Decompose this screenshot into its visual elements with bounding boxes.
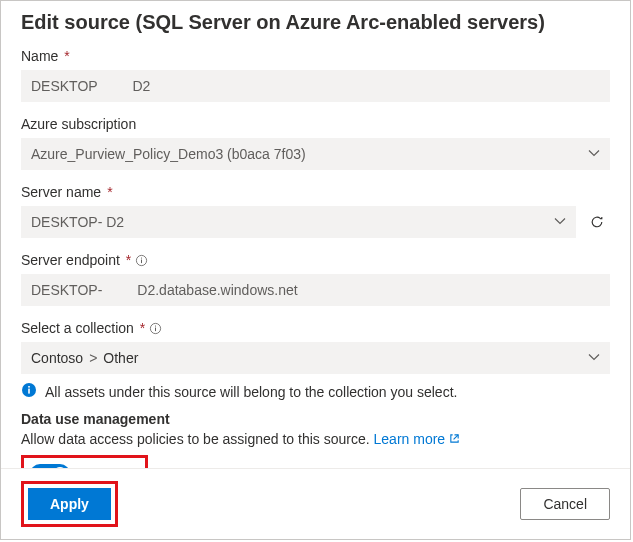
collection-hint-row: All assets under this source will belong… [21, 382, 610, 401]
collection-breadcrumb: Contoso > Other [31, 342, 600, 374]
toggle-highlight: Enabled [21, 455, 148, 468]
server-name-label-text: Server name [21, 184, 101, 200]
field-server-endpoint: Server endpoint * [21, 252, 610, 306]
server-endpoint-input[interactable] [21, 274, 610, 306]
data-use-toggle[interactable] [30, 464, 70, 468]
subscription-label: Azure subscription [21, 116, 610, 132]
edit-source-panel: Edit source (SQL Server on Azure Arc-ena… [0, 0, 631, 540]
subscription-select[interactable]: Azure_Purview_Policy_Demo3 (b0aca 7f03) [21, 138, 610, 170]
refresh-button[interactable] [584, 209, 610, 235]
field-collection: Select a collection * Contoso > Other [21, 320, 610, 401]
collection-leaf: Other [103, 342, 138, 374]
name-input[interactable] [21, 70, 610, 102]
server-name-label: Server name * [21, 184, 610, 200]
server-endpoint-label-text: Server endpoint [21, 252, 120, 268]
panel-title: Edit source (SQL Server on Azure Arc-ena… [21, 11, 610, 34]
field-server-name: Server name * DESKTOP- D2 [21, 184, 610, 238]
collection-hint-text: All assets under this source will belong… [45, 384, 457, 400]
svg-rect-7 [28, 389, 30, 394]
svg-rect-5 [155, 325, 156, 326]
cancel-button[interactable]: Cancel [520, 488, 610, 520]
data-use-description: Allow data access policies to be assigne… [21, 431, 370, 447]
field-subscription: Azure subscription Azure_Purview_Policy_… [21, 116, 610, 170]
svg-rect-1 [141, 259, 142, 263]
server-endpoint-label: Server endpoint * [21, 252, 610, 268]
toggle-knob [53, 467, 67, 468]
subscription-select-wrap: Azure_Purview_Policy_Demo3 (b0aca 7f03) [21, 138, 610, 170]
external-link-icon [449, 431, 460, 447]
apply-highlight: Apply [21, 481, 118, 527]
collection-root: Contoso [31, 342, 83, 374]
field-name: Name * [21, 48, 610, 102]
data-use-toggle-row: Enabled [26, 460, 139, 468]
collection-select[interactable]: Contoso > Other [21, 342, 610, 374]
info-icon[interactable] [149, 322, 162, 335]
data-use-heading: Data use management [21, 411, 610, 427]
info-filled-icon [21, 382, 37, 401]
server-name-select[interactable]: DESKTOP- D2 [21, 206, 576, 238]
panel-content: Edit source (SQL Server on Azure Arc-ena… [1, 1, 630, 468]
apply-button[interactable]: Apply [28, 488, 111, 520]
required-asterisk: * [140, 320, 145, 336]
collection-select-wrap: Contoso > Other [21, 342, 610, 374]
svg-rect-8 [28, 386, 30, 388]
data-use-description-row: Allow data access policies to be assigne… [21, 431, 610, 447]
server-name-row: DESKTOP- D2 [21, 206, 610, 238]
name-label: Name * [21, 48, 610, 64]
learn-more-link[interactable]: Learn more [374, 431, 460, 447]
learn-more-text: Learn more [374, 431, 446, 447]
breadcrumb-separator: > [89, 342, 97, 374]
panel-footer: Apply Cancel [1, 468, 630, 539]
name-label-text: Name [21, 48, 58, 64]
svg-rect-4 [155, 327, 156, 331]
collection-label: Select a collection * [21, 320, 610, 336]
required-asterisk: * [126, 252, 131, 268]
required-asterisk: * [64, 48, 69, 64]
required-asterisk: * [107, 184, 112, 200]
svg-rect-2 [141, 257, 142, 258]
subscription-label-text: Azure subscription [21, 116, 136, 132]
collection-label-text: Select a collection [21, 320, 134, 336]
info-icon[interactable] [135, 254, 148, 267]
